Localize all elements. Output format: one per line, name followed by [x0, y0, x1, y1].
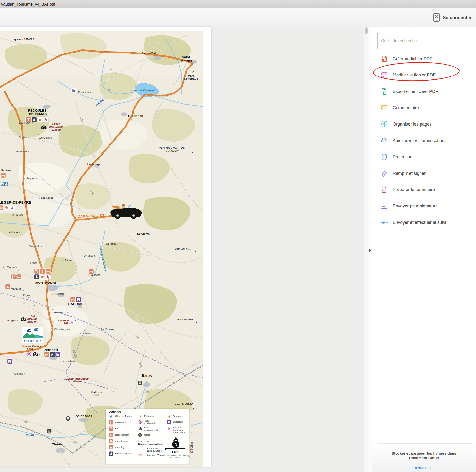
- tool-item-fill-sign[interactable]: Remplir et signer: [381, 168, 425, 179]
- natura-2000-label: NATURA 2000: [22, 340, 43, 342]
- document-cloud-text: Stocker et partager les fichiers dans Do…: [372, 451, 476, 460]
- chateau-icon: [167, 420, 171, 424]
- village-dot: [38, 197, 41, 199]
- camera-icon: [41, 124, 47, 130]
- legend-item-bar: Bar: [109, 426, 119, 431]
- map-sources: sources : IGN Route 500, Open Street Map…: [160, 455, 190, 458]
- bar-icon: [26, 117, 31, 122]
- tool-label: Protection: [393, 154, 412, 160]
- document-tab[interactable]: vaudan_Tourisme_v4_BAT.pdf: [1, 0, 55, 8]
- tool-item-create-pdf[interactable]: Créer un fichier PDF: [381, 53, 432, 64]
- edit-pdf-icon: [381, 72, 388, 79]
- pdf-page: NATURA 2000 Légende Office de TourismeRe…: [0, 27, 210, 467]
- hebergement-icon: [1, 173, 6, 178]
- table-orientation-icon: [138, 420, 142, 424]
- tool-item-send-signature[interactable]: Envoyer pour signature: [381, 201, 438, 211]
- village-dot: [40, 245, 42, 248]
- vertical-scrollbar[interactable]: [364, 27, 368, 472]
- tool-item-export-pdf[interactable]: Exporter un fichier PDF: [381, 86, 438, 97]
- rando-icon: [167, 428, 171, 432]
- tool-item-enhance-scans[interactable]: Améliorer les numérisations: [381, 135, 446, 146]
- legend-item-camera: Lieux incontournables: [138, 426, 160, 431]
- tool-label: Envoyer pour signature: [393, 204, 438, 209]
- protection-icon: [381, 153, 388, 161]
- tool-item-edit-pdf[interactable]: Modifier le fichier PDF: [381, 70, 436, 81]
- tool-item-protection[interactable]: Protection: [381, 152, 412, 163]
- legend-item-orange-line: Cap vers l'Est: [138, 453, 161, 457]
- table-orientation-icon: [27, 352, 32, 357]
- tools-sidebar: Créer un fichier PDFModifier le fichier …: [372, 27, 476, 472]
- tool-item-organize-pages[interactable]: Organiser les pages: [381, 119, 432, 130]
- legend-label: Camping-car: [115, 440, 128, 442]
- village-dot: [130, 118, 133, 120]
- bar-icon: [109, 426, 113, 431]
- export-pdf-icon: [381, 88, 388, 95]
- scale-label: 1 km: [166, 450, 184, 453]
- village-dot: [17, 320, 19, 322]
- green-line-icon: [138, 448, 145, 452]
- gare-icon: [138, 433, 142, 437]
- document-tab-bar: vaudan_Tourisme_v4_BAT.pdf: [0, 0, 476, 8]
- village-dot: [23, 373, 26, 375]
- village-dot: [19, 231, 21, 234]
- village-dot: [36, 177, 38, 179]
- patrimoine-icon: [4, 205, 9, 210]
- scrollbar-thumb[interactable]: [365, 27, 368, 34]
- tool-item-prepare-form[interactable]: Préparer le formulaire: [381, 184, 435, 195]
- chateau-white-icon: [71, 88, 77, 93]
- tool-label: Préparer le formulaire: [393, 187, 435, 192]
- legend-item-camping-car: Camping-car: [109, 439, 128, 443]
- tool-item-send-track[interactable]: Envoyer et effectuer le suivi: [381, 217, 446, 228]
- legend-label: Routes des Lacs d'Aubrac: [147, 447, 162, 452]
- tools-search-input[interactable]: [377, 33, 471, 49]
- tool-label: Commentaire: [393, 105, 419, 110]
- legend-item-panorama: Panorama: [167, 414, 183, 418]
- hebergement-icon: [46, 269, 51, 274]
- hebergement-icon: [70, 297, 76, 302]
- legend-item-restaurant: Restaurant: [109, 420, 126, 424]
- organize-pages-icon: [381, 121, 388, 128]
- hebergement-icon: [109, 433, 113, 437]
- eglise-icon: [50, 352, 55, 357]
- eglise-icon: [34, 275, 39, 279]
- legend-label: Édifices religieux: [115, 452, 132, 455]
- comment-icon: [381, 104, 388, 112]
- legend-item-office-tourisme: Office de Tourisme: [109, 414, 134, 418]
- village-dot: [104, 243, 106, 245]
- legend-label: Camping: [115, 446, 124, 449]
- orange-line-icon: [138, 453, 145, 457]
- legend-label: Restaurant: [115, 421, 126, 423]
- enhance-scans-icon: [381, 137, 388, 144]
- hebergement-icon: [17, 275, 22, 279]
- chateau-icon: [55, 352, 61, 357]
- legend-label: GR: [147, 440, 151, 442]
- map-legend: Légende Office de TourismeRestaurantBarH…: [106, 408, 189, 464]
- rando-icon: [45, 275, 51, 279]
- rando-icon: [10, 205, 15, 210]
- village-dot: [66, 311, 68, 314]
- village-dot: [17, 217, 19, 219]
- document-viewer: NATURA 2000 Légende Office de TourismeRe…: [0, 27, 476, 472]
- panel-collapse-arrow-icon[interactable]: [369, 249, 371, 252]
- eglise-icon: [109, 451, 113, 456]
- map-graphics: [0, 31, 204, 467]
- camping-icon: [5, 284, 10, 289]
- legend-label: Châteaux: [173, 421, 183, 423]
- legend-label: Patrimoine: [144, 415, 155, 417]
- learn-more-link[interactable]: En savoir plus: [412, 466, 435, 470]
- chateau-icon: [76, 297, 81, 302]
- acrobat-window: vaudan_Tourisme_v4_BAT.pdf Se connecter: [0, 0, 476, 472]
- legend-title: Légende: [108, 410, 121, 413]
- tool-label: Modifier le fichier PDF: [393, 73, 436, 78]
- legend-label: Office de Tourisme: [115, 415, 134, 417]
- fill-sign-icon: [381, 170, 388, 177]
- gare-icon: [47, 429, 52, 434]
- panorama-icon: [167, 414, 171, 418]
- legend-item-rando: Rando / Itinéraires découvertes: [167, 426, 185, 434]
- tool-item-comment[interactable]: Commentaire: [381, 103, 419, 113]
- tool-label: Créer un fichier PDF: [393, 56, 432, 62]
- sign-in-button[interactable]: Se connecter: [433, 8, 472, 27]
- legend-label: Rando / Itinéraires découvertes: [173, 426, 185, 434]
- tool-label: Organiser les pages: [393, 122, 432, 127]
- restaurant-icon: [109, 420, 113, 424]
